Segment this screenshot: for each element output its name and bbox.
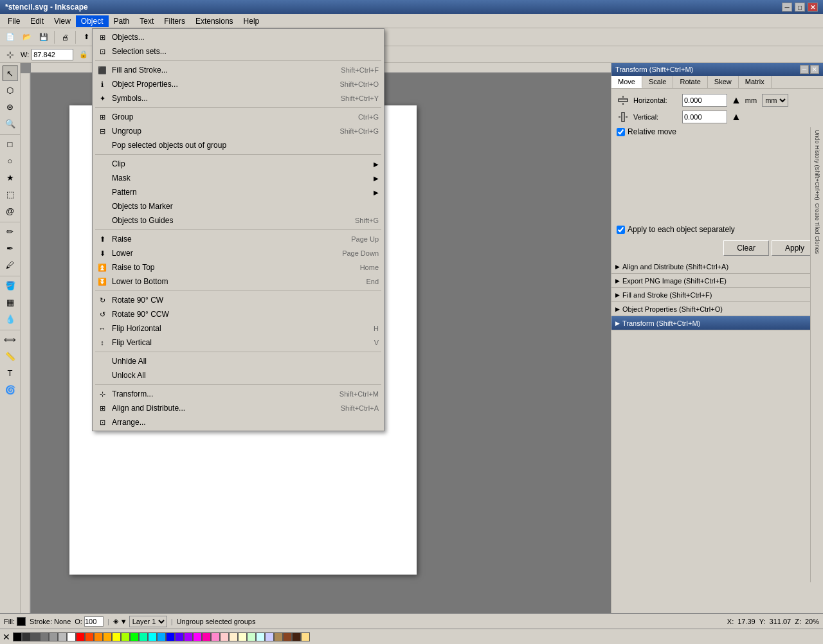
width-input[interactable] (32, 49, 73, 60)
color-teal-green[interactable] (139, 632, 148, 641)
color-pale-cyan[interactable] (256, 632, 265, 641)
clear-button[interactable]: Clear (723, 240, 769, 256)
color-black[interactable] (13, 632, 22, 641)
menu-transform[interactable]: ⊹ Transform... Shift+Ctrl+M (93, 387, 384, 401)
menu-objects-to-guides[interactable]: Objects to Guides Shift+G (93, 213, 384, 228)
menu-rotate-ccw[interactable]: ↺ Rotate 90° CCW (93, 307, 384, 321)
no-color-button[interactable]: ✕ (0, 631, 13, 643)
new-button[interactable]: 📄 (3, 30, 18, 45)
color-amber[interactable] (103, 632, 112, 641)
color-brown[interactable] (274, 632, 283, 641)
select-tool[interactable]: ↖ (3, 66, 18, 81)
color-violet[interactable] (184, 632, 193, 641)
pencil-tool[interactable]: ✏ (3, 224, 18, 239)
color-gray-1[interactable] (31, 632, 40, 641)
color-pink[interactable] (202, 632, 211, 641)
color-gold[interactable] (301, 632, 310, 641)
color-yellow[interactable] (112, 632, 121, 641)
panel-align[interactable]: ▶ Align and Distribute (Shift+Ctrl+A) (611, 260, 823, 274)
menu-mask[interactable]: Mask ▶ (93, 171, 384, 185)
menu-raise[interactable]: ⬆ Raise Page Up (93, 232, 384, 246)
menu-unlock-all[interactable]: Unlock All (93, 368, 384, 382)
star-tool[interactable]: ★ (3, 170, 18, 185)
open-button[interactable]: 📂 (19, 30, 35, 45)
tab-rotate[interactable]: Rotate (673, 76, 707, 88)
color-gray-3[interactable] (49, 632, 58, 641)
menu-objects-to-marker[interactable]: Objects to Marker (93, 199, 384, 213)
color-gray-4[interactable] (58, 632, 67, 641)
color-pale-green[interactable] (247, 632, 256, 641)
menu-raise-top[interactable]: ⏫ Raise to Top Home (93, 260, 384, 274)
color-light-pink[interactable] (211, 632, 220, 641)
save-button[interactable]: 💾 (36, 30, 51, 45)
menu-text[interactable]: Text (134, 15, 159, 27)
color-dark-brown[interactable] (283, 632, 292, 641)
spray-tool[interactable]: 🌀 (3, 382, 18, 397)
close-button[interactable]: ✕ (808, 3, 818, 12)
menu-clip[interactable]: Clip ▶ (93, 157, 384, 171)
menu-view[interactable]: View (49, 15, 76, 27)
color-orange[interactable] (94, 632, 103, 641)
menu-edit[interactable]: Edit (25, 15, 49, 27)
menu-group[interactable]: ⊞ Group Ctrl+G (93, 110, 384, 124)
maximize-button[interactable]: □ (795, 3, 805, 12)
menu-filters[interactable]: Filters (159, 15, 190, 27)
relative-move-checkbox[interactable] (617, 128, 625, 136)
color-darkest-brown[interactable] (292, 632, 301, 641)
lock-button[interactable]: 🔒 (76, 47, 91, 62)
rect-tool[interactable]: □ (3, 136, 18, 152)
apply-each-checkbox[interactable] (617, 226, 625, 234)
connector-tool[interactable]: ⟺ (3, 332, 18, 347)
color-yellow-green[interactable] (121, 632, 130, 641)
menu-symbols[interactable]: ✦ Symbols... Shift+Ctrl+Y (93, 91, 384, 105)
menu-object[interactable]: Object (76, 15, 109, 27)
color-red[interactable] (76, 632, 85, 641)
menu-lower-bottom[interactable]: ⏬ Lower to Bottom End (93, 274, 384, 289)
tab-matrix[interactable]: Matrix (739, 76, 772, 88)
tab-move[interactable]: Move (611, 76, 642, 88)
node-tool[interactable]: ⬡ (3, 82, 18, 98)
color-dark-gray[interactable] (22, 632, 31, 641)
color-indigo[interactable] (175, 632, 184, 641)
layer-select[interactable]: Layer 1 (129, 616, 167, 627)
gradient-tool[interactable]: ▦ (3, 294, 18, 310)
color-magenta[interactable] (193, 632, 202, 641)
pen-tool[interactable]: ✒ (3, 240, 18, 256)
measure-tool[interactable]: 📏 (3, 348, 18, 364)
menu-object-properties[interactable]: ℹ Object Properties... Shift+Ctrl+O (93, 77, 384, 91)
color-red-orange[interactable] (85, 632, 94, 641)
vertical-input[interactable] (682, 111, 727, 123)
calligraphy-tool[interactable]: 🖊 (3, 257, 18, 273)
menu-file[interactable]: File (3, 15, 25, 27)
print-button[interactable]: 🖨 (57, 30, 73, 45)
vertical-up-btn[interactable]: ▲ (731, 111, 741, 123)
menu-align[interactable]: ⊞ Align and Distribute... Shift+Ctrl+A (93, 401, 384, 415)
tweak-tool[interactable]: ⊛ (3, 99, 18, 114)
select-transform-button[interactable]: ⊹ (3, 47, 18, 62)
minimize-button[interactable]: ─ (782, 3, 792, 12)
menu-lower[interactable]: ⬇ Lower Page Down (93, 246, 384, 260)
box3d-tool[interactable]: ⬚ (3, 186, 18, 202)
menu-rotate-cw[interactable]: ↻ Rotate 90° CW (93, 293, 384, 307)
color-pale-pink[interactable] (220, 632, 229, 641)
zoom-tool[interactable]: 🔍 (3, 116, 18, 131)
text-tool[interactable]: T (3, 365, 18, 380)
menu-help[interactable]: Help (239, 15, 265, 27)
unit-dropdown[interactable]: mm px (762, 94, 788, 107)
tab-skew[interactable]: Skew (708, 76, 739, 88)
panel-fill-stroke[interactable]: ▶ Fill and Stroke (Shift+Ctrl+F) (611, 288, 823, 302)
menu-fill-stroke[interactable]: ⬛ Fill and Stroke... Shift+Ctrl+F (93, 63, 384, 77)
horizontal-input[interactable] (682, 94, 727, 107)
opacity-input[interactable] (84, 616, 104, 627)
panel-close-button[interactable]: ✕ (810, 65, 819, 74)
color-white[interactable] (67, 632, 76, 641)
menu-objects[interactable]: ⊞ Objects... (93, 30, 384, 44)
color-gray-2[interactable] (40, 632, 49, 641)
menu-arrange[interactable]: ⊡ Arrange... (93, 415, 384, 429)
bucket-tool[interactable]: 🪣 (3, 278, 18, 293)
color-cyan[interactable] (148, 632, 157, 641)
menu-pattern[interactable]: Pattern ▶ (93, 185, 384, 199)
panel-minimize-button[interactable]: ─ (800, 65, 809, 74)
window-controls[interactable]: ─ □ ✕ (782, 3, 818, 12)
menu-flip-horizontal[interactable]: ↔ Flip Horizontal H (93, 321, 384, 335)
